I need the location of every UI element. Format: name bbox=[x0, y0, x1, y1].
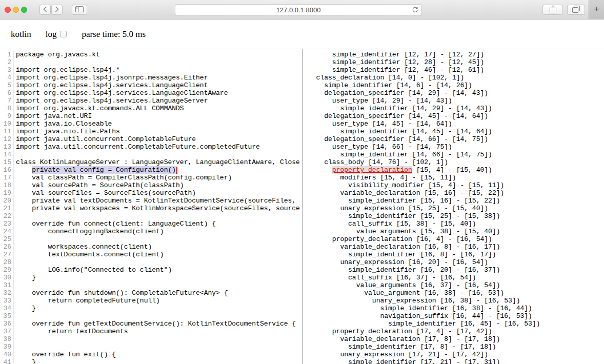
tree-node[interactable]: delegation_specifier bbox=[324, 135, 404, 143]
code-line[interactable]: 15class KotlinLanguageServer : LanguageS… bbox=[0, 158, 302, 166]
code-line[interactable]: 37 return textDocuments bbox=[0, 328, 302, 335]
code-line[interactable]: 5import org.eclipse.lsp4j.services.Langu… bbox=[0, 82, 302, 89]
code-line[interactable]: 19 val sourceFiles = SourceFiles(sourceP… bbox=[0, 189, 302, 197]
window-zoom-button[interactable] bbox=[21, 7, 27, 13]
tree-line: simple_identifier [14, 29] - [14, 43]) bbox=[308, 105, 604, 112]
tree-node[interactable]: value_arguments bbox=[356, 228, 416, 235]
code-line[interactable]: 31 bbox=[0, 281, 302, 289]
tree-node[interactable]: variable_declaration bbox=[340, 189, 420, 197]
code-line[interactable]: 4import org.eclipse.lsp4j.jsonrpc.messag… bbox=[0, 74, 302, 82]
parse-tree-pane[interactable]: simple_identifier [12, 17] - [12, 27]) s… bbox=[303, 49, 604, 364]
code-line[interactable]: 36 override fun getTextDocumentService()… bbox=[0, 320, 302, 328]
code-line[interactable]: 29 LOG.info("Connected to client") bbox=[0, 266, 302, 274]
log-checkbox[interactable] bbox=[60, 31, 67, 37]
tree-node[interactable]: modifiers bbox=[340, 174, 376, 181]
code-line[interactable]: 17 val classPath = CompilerClassPath(con… bbox=[0, 174, 302, 181]
tree-node[interactable]: simple_identifier bbox=[332, 66, 400, 74]
code-line[interactable]: 20 private val textDocuments = KotlinTex… bbox=[0, 197, 302, 205]
code-line[interactable]: 16 private val config = Configuration() bbox=[0, 166, 302, 174]
code-line[interactable]: 26 workspaces.connect(client) bbox=[0, 243, 302, 251]
code-line[interactable]: 27 textDocuments.connect(client) bbox=[0, 251, 302, 258]
tree-node[interactable]: simple_identifier bbox=[340, 151, 408, 158]
tree-node[interactable]: simple_identifier bbox=[348, 251, 416, 258]
code-line[interactable]: 33 return completedFuture(null) bbox=[0, 297, 302, 305]
tree-node[interactable]: unary_expression bbox=[340, 258, 404, 266]
tree-node[interactable]: simple_identifier bbox=[380, 305, 448, 312]
tree-node[interactable]: simple_identifier bbox=[340, 128, 408, 135]
code-editor[interactable]: 1package org.javacs.kt23import org.eclip… bbox=[0, 49, 302, 364]
code-line[interactable]: 3import org.eclipse.lsp4j.* bbox=[0, 66, 302, 74]
tree-node[interactable]: simple_identifier bbox=[348, 343, 416, 351]
code-line[interactable]: 41 } bbox=[0, 358, 302, 364]
code-line[interactable]: 24 connectLoggingBackend(client) bbox=[0, 228, 302, 235]
tree-node[interactable]: class_declaration bbox=[316, 74, 385, 82]
address-bar[interactable]: 127.0.0.1:8000 bbox=[175, 4, 422, 15]
code-line[interactable]: 18 val sourcePath = SourcePath(classPath… bbox=[0, 181, 302, 189]
code-line[interactable]: 40 override fun exit() { bbox=[0, 351, 302, 358]
code-line[interactable]: 38 bbox=[0, 335, 302, 343]
tree-node[interactable]: simple_identifier bbox=[332, 51, 400, 58]
tree-node[interactable]: user_type bbox=[332, 143, 368, 151]
tree-node[interactable]: simple_identifier bbox=[340, 105, 408, 112]
tree-node[interactable]: simple_identifier bbox=[332, 58, 400, 66]
tree-node[interactable]: user_type bbox=[332, 120, 368, 128]
code-line[interactable]: 12import java.util.concurrent.Completabl… bbox=[0, 135, 302, 143]
tree-node[interactable]: variable_declaration bbox=[340, 335, 420, 343]
tree-node[interactable]: property_declaration bbox=[332, 328, 412, 335]
tree-node[interactable]: simple_identifier bbox=[348, 266, 416, 274]
code-line[interactable]: 23 override fun connect(client: Language… bbox=[0, 220, 302, 228]
code-line[interactable]: 11import java.nio.file.Paths bbox=[0, 128, 302, 135]
share-button[interactable] bbox=[542, 5, 563, 15]
code-line[interactable]: 9import java.net.URI bbox=[0, 112, 302, 120]
code-line[interactable]: 30 } bbox=[0, 274, 302, 281]
tree-node[interactable]: simple_identifier bbox=[388, 320, 456, 328]
code-line[interactable]: 35 bbox=[0, 312, 302, 320]
tree-node[interactable]: unary_expression bbox=[340, 351, 404, 358]
tree-node[interactable]: call_suffix bbox=[348, 220, 392, 228]
code-line[interactable]: 7import org.eclipse.lsp4j.services.Langu… bbox=[0, 97, 302, 105]
tree-node[interactable]: user_type bbox=[332, 97, 368, 105]
code-line[interactable]: 1package org.javacs.kt bbox=[0, 51, 302, 58]
code-line[interactable]: 13import java.util.concurrent.Completabl… bbox=[0, 143, 302, 151]
tree-node[interactable]: value_argument bbox=[364, 289, 420, 297]
line-number: 37 bbox=[0, 328, 14, 335]
code-line[interactable]: 28 bbox=[0, 258, 302, 266]
tree-node[interactable]: value_arguments bbox=[356, 281, 416, 289]
tree-line: delegation_specifier [14, 66] - [14, 75]… bbox=[308, 135, 604, 143]
new-tab-button[interactable]: + bbox=[589, 0, 604, 19]
tree-node[interactable]: unary_expression bbox=[340, 205, 404, 212]
code-line[interactable]: 34 } bbox=[0, 305, 302, 312]
code-line[interactable]: 8import org.javacs.kt.commands.ALL_COMMA… bbox=[0, 105, 302, 112]
tab-overview-button[interactable] bbox=[567, 5, 585, 15]
tree-node[interactable]: simple_identifier bbox=[348, 358, 416, 364]
code-line[interactable]: 21 private val workspaces = KotlinWorksp… bbox=[0, 205, 302, 212]
code-line[interactable]: 10import java.io.Closeable bbox=[0, 120, 302, 128]
code-line[interactable]: 2 bbox=[0, 58, 302, 66]
window-minimize-button[interactable] bbox=[13, 7, 19, 13]
tree-node[interactable]: simple_identifier bbox=[348, 212, 416, 220]
code-line[interactable]: 32 override fun shutdown(): CompletableF… bbox=[0, 289, 302, 297]
tree-node[interactable]: property_declaration bbox=[332, 166, 412, 174]
tree-node[interactable]: visibility_modifier bbox=[348, 181, 424, 189]
code-line[interactable]: 25 bbox=[0, 235, 302, 243]
tree-node[interactable]: variable_declaration bbox=[340, 243, 420, 251]
forward-button[interactable] bbox=[51, 5, 63, 15]
tree-node[interactable]: delegation_specifier bbox=[324, 112, 404, 120]
tree-node[interactable]: unary_expression bbox=[372, 297, 436, 305]
sidebar-toggle-button[interactable] bbox=[72, 5, 87, 15]
code-line[interactable]: 22 bbox=[0, 212, 302, 220]
code-line[interactable]: 6import org.eclipse.lsp4j.services.Langu… bbox=[0, 89, 302, 97]
tree-node[interactable]: simple_identifier bbox=[348, 197, 416, 205]
back-button[interactable] bbox=[39, 5, 51, 15]
tree-node[interactable]: property_declaration bbox=[332, 235, 412, 243]
reload-icon[interactable] bbox=[412, 7, 418, 13]
tree-node[interactable]: class_body bbox=[324, 158, 364, 166]
code-line[interactable]: 14 bbox=[0, 151, 302, 158]
code-text: import org.eclipse.lsp4j.services.Langua… bbox=[14, 82, 208, 89]
tree-node[interactable]: navigation_suffix bbox=[380, 312, 448, 320]
window-close-button[interactable] bbox=[5, 7, 11, 13]
tree-node[interactable]: delegation_specifier bbox=[324, 89, 404, 97]
tree-node[interactable]: simple_identifier bbox=[324, 82, 392, 89]
code-line[interactable]: 39 bbox=[0, 343, 302, 351]
tree-node[interactable]: call_suffix bbox=[348, 274, 392, 281]
